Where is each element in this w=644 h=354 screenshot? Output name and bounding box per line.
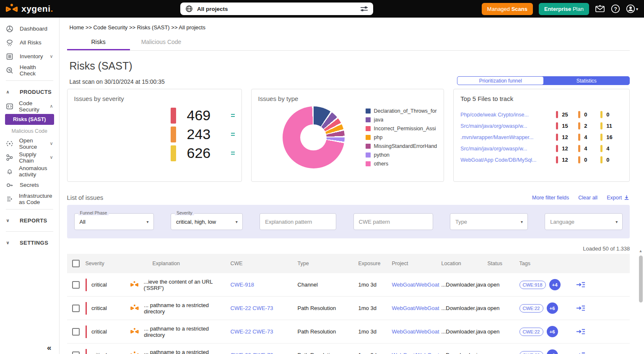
tag-more-badge[interactable]: +6 (547, 326, 558, 337)
tab-malicious-code[interactable]: Malicious Code (130, 36, 193, 50)
project-link[interactable]: WebGoat/WebGoat (392, 328, 441, 335)
sidebar-item-label: Supply Chain (19, 151, 49, 164)
sidebar-item-label: Open Source (19, 137, 49, 150)
table-row[interactable]: critical ...ieve the content of an URL (… (67, 273, 630, 297)
scrollbar-up-arrow[interactable]: ▲ (638, 248, 643, 254)
exposure-value: 1mo 3d (358, 328, 392, 335)
dashboard-icon (6, 25, 14, 33)
account-icon[interactable]: ▾ (626, 4, 638, 13)
breadcrumb[interactable]: Home >> Code Security >> Risks (SAST) >>… (70, 24, 630, 31)
sidebar-section-settings[interactable]: ∨ SETTINGS (0, 235, 59, 250)
low-bar (600, 134, 602, 141)
sidebar-item-label: Health Check (20, 64, 53, 77)
explanation-pattern-input[interactable] (265, 219, 331, 225)
prioritization-funnel-toggle[interactable]: Prioritization funnel (457, 77, 543, 85)
assign-to-funnel-icon[interactable] (576, 281, 596, 288)
cwe-link[interactable]: CWE-918 (231, 282, 298, 288)
severity-select[interactable]: Severity critical, high, low ▾ (171, 213, 243, 230)
account-caret-icon: ▾ (636, 7, 638, 11)
filter-sliders-icon[interactable] (360, 5, 368, 12)
tag-more-badge[interactable]: +6 (547, 349, 558, 354)
managed-scans-button[interactable]: Managed Scans (482, 3, 533, 15)
sidebar-section-products[interactable]: ∧ PRODUCTS (0, 84, 59, 99)
cwe-link[interactable]: CWE-22 CWE-73 (231, 305, 298, 311)
assign-to-funnel-icon[interactable] (576, 328, 596, 335)
tag-more-badge[interactable]: +6 (547, 302, 558, 314)
sidebar-item-anomalous-activity[interactable]: Anomalous activity (0, 164, 59, 178)
type-select[interactable]: Type ▾ (450, 213, 528, 230)
sidebar-item-health-check[interactable]: Health Check (0, 63, 59, 77)
sidebar-section-reports[interactable]: ∨ REPORTS (0, 213, 59, 228)
enterprise-plan-button[interactable]: Enterprise Plan (539, 3, 589, 15)
tag-pill[interactable]: CWE:918 (519, 281, 546, 289)
critical-bar (556, 111, 558, 118)
logo-text: xygeni (21, 4, 51, 13)
scrollbar-thumb[interactable] (639, 256, 643, 302)
xygeni-bowtie-icon (130, 351, 139, 354)
project-link[interactable]: WebGoat/WebGoat (392, 352, 441, 354)
file-link[interactable]: .mvn/wrapper/MavenWrapper... (460, 134, 556, 140)
sidebar-item-open-source[interactable]: Open Source ∨ (0, 137, 59, 150)
sidebar-item-all-risks[interactable]: All Risks (0, 36, 59, 49)
select-all-checkbox[interactable] (72, 260, 80, 267)
project-link[interactable]: WebGoat/WebGoat (392, 305, 441, 311)
sidebar-item-inventory[interactable]: Inventory ∨ (0, 49, 59, 63)
sidebar-item-risks-sast[interactable]: Risks (SAST) (5, 114, 54, 125)
row-checkbox[interactable] (72, 351, 80, 354)
sidebar-item-dashboard[interactable]: Dashboard (0, 22, 59, 36)
cwe-pattern-input[interactable] (359, 219, 428, 225)
tag-pill[interactable]: CWE:22 (519, 304, 543, 313)
sidebar-item-supply-chain[interactable]: Supply Chain ∨ (0, 150, 59, 164)
statistics-toggle[interactable]: Statistics (543, 77, 629, 85)
table-scrollbar[interactable]: ▲ (638, 248, 643, 354)
tag-pill[interactable]: CWE:22 (519, 351, 543, 354)
low-count: 11 (606, 123, 612, 129)
inventory-icon (6, 53, 14, 60)
xygeni-logo[interactable]: xygeni. (5, 3, 53, 15)
project-link[interactable]: WebGoat/WebGoat (392, 282, 441, 288)
export-link[interactable]: Export (607, 194, 630, 201)
clear-all-link[interactable]: Clear all (578, 195, 597, 201)
sidebar-item-secrets[interactable]: Secrets (0, 178, 59, 192)
severity-count-row: 469 (171, 107, 235, 124)
file-link[interactable]: Src/main/java/org/owasp/w... (460, 123, 556, 129)
more-filter-fields-link[interactable]: More filter fields (532, 195, 569, 201)
cwe-link[interactable]: CWE-22 CWE-73 (231, 352, 298, 354)
svg-text:?: ? (614, 6, 617, 12)
table-row[interactable]: critical ... pathname to a restricted di… (67, 320, 630, 344)
table-row[interactable]: critical ... pathname to a restricted di… (67, 297, 630, 320)
tag-pill[interactable]: CWE:22 (519, 328, 543, 336)
severity-color-bar (171, 145, 176, 161)
severity-value: critical (91, 282, 107, 288)
project-selector[interactable]: All projects (180, 3, 373, 15)
critical-count: 15 (562, 123, 568, 129)
chevron-down-icon: ∨ (49, 155, 53, 160)
severity-count: 626 (187, 145, 231, 161)
help-icon[interactable]: ? (611, 4, 620, 13)
funnel-phase-select[interactable]: Funnel Phase All ▾ (74, 213, 154, 230)
row-checkbox[interactable] (72, 305, 80, 312)
cwe-pattern-field[interactable] (353, 213, 433, 230)
file-link[interactable]: Src/main/java/org/owasp/w... (460, 146, 556, 152)
row-checkbox[interactable] (72, 328, 80, 336)
file-link[interactable]: WebGoat/App Code/DB/MySql... (460, 157, 556, 163)
cwe-link[interactable]: CWE-22 CWE-73 (231, 328, 298, 335)
list-of-issues-title: List of issues (67, 194, 104, 201)
language-select[interactable]: Language ▾ (545, 213, 623, 230)
tab-risks[interactable]: Risks (67, 36, 130, 50)
assign-to-funnel-icon[interactable] (576, 305, 596, 312)
row-checkbox[interactable] (72, 281, 80, 289)
chevron-down-icon: ∨ (6, 240, 14, 245)
tag-more-badge[interactable]: +4 (549, 279, 561, 290)
sidebar-item-malicious-code[interactable]: Malicious Code (0, 126, 59, 137)
sidebar-item-code-security[interactable]: Code Security ∧ (0, 99, 59, 113)
sidebar-divider (6, 80, 53, 81)
language-placeholder: Language (550, 219, 574, 225)
sidebar-collapse-icon[interactable]: « (47, 343, 52, 352)
sidebar-item-infrastructure-as-code[interactable]: Infrastructure as Code (0, 192, 59, 206)
explanation-pattern-field[interactable] (260, 213, 336, 230)
contact-mail-icon[interactable] (595, 5, 605, 13)
table-row[interactable]: critical ... pathname to a restricted di… (67, 344, 630, 354)
file-link[interactable]: Php/code/weak Crypto/inse... (460, 112, 556, 118)
assign-to-funnel-icon[interactable] (576, 351, 596, 354)
